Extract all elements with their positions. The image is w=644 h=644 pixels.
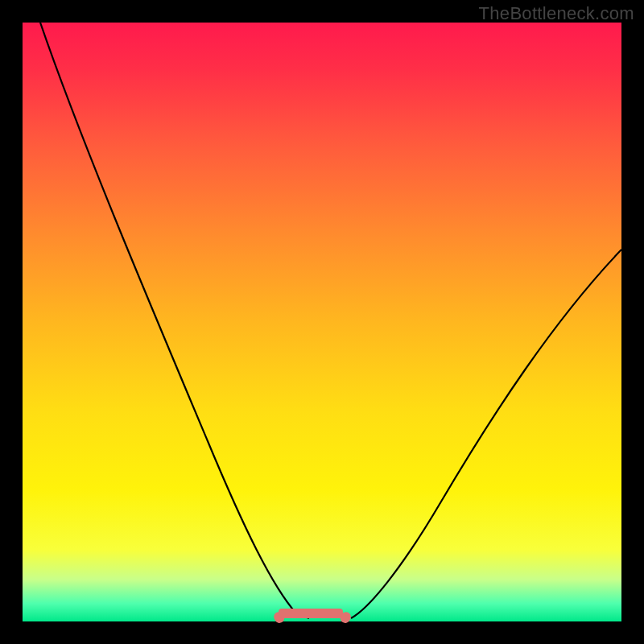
left-curve [40,23,309,618]
bottleneck-curve [23,23,621,621]
watermark-text: TheBottleneck.com [479,3,634,24]
chart-frame: TheBottleneck.com [0,0,644,644]
right-curve [351,250,621,618]
chart-plot-area [23,23,621,621]
accent-bar-flat [279,609,343,618]
